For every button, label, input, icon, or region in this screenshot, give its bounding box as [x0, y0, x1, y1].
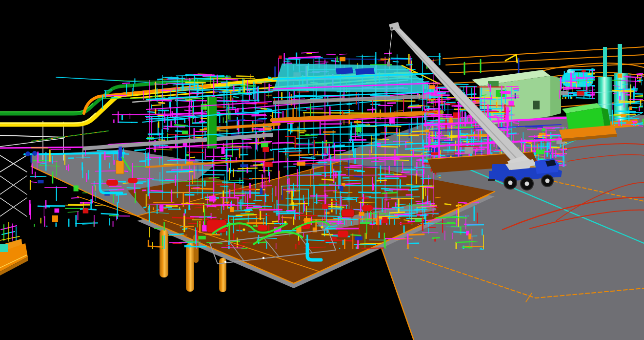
pipe-segment — [158, 103, 165, 103]
pipe-segment — [268, 77, 271, 78]
pipe-segment — [225, 149, 239, 150]
skid-detail — [262, 257, 264, 259]
building-door[interactable] — [533, 101, 540, 109]
pipe-segment — [462, 247, 472, 248]
equipment-patch — [542, 128, 545, 131]
valve[interactable] — [32, 151, 37, 156]
pipe-segment — [414, 209, 427, 210]
pipe-segment — [326, 54, 336, 55]
pipe-segment — [428, 114, 452, 115]
pipe-segment — [370, 213, 388, 214]
valve-handle[interactable] — [321, 226, 323, 229]
model-3d-viewport[interactable] — [0, 0, 644, 340]
pipe-segment — [194, 74, 214, 75]
pipe-segment — [392, 208, 404, 208]
pipe-segment — [224, 156, 232, 156]
pipe-segment — [152, 100, 172, 101]
pump[interactable] — [106, 180, 118, 186]
pipe-segment — [237, 171, 245, 172]
pipe-segment — [139, 161, 146, 162]
pipe-segment — [427, 100, 436, 100]
pipe-segment — [252, 116, 267, 116]
pipe-segment — [354, 170, 361, 171]
equipment-patch — [262, 147, 269, 152]
valve-handle[interactable] — [243, 229, 245, 231]
pipe-segment — [260, 186, 272, 186]
valve-handle[interactable] — [284, 221, 287, 224]
pipe-segment — [242, 179, 253, 179]
pipe-segment — [573, 69, 589, 70]
pipe-segment — [245, 212, 250, 212]
pipe-segment — [258, 118, 267, 119]
pipe-segment — [127, 188, 141, 188]
pipe-segment — [427, 102, 446, 103]
pipe-segment — [378, 61, 384, 61]
pump[interactable] — [362, 205, 373, 211]
pipe-segment — [619, 101, 627, 101]
pipe-segment — [640, 104, 643, 105]
pump[interactable] — [258, 225, 267, 231]
platform-equipment — [0, 244, 8, 252]
equipment-patch — [582, 70, 586, 73]
pipe-segment — [408, 243, 419, 244]
pipe-segment — [170, 192, 190, 193]
pipe-segment — [426, 208, 438, 208]
pipe-segment — [429, 97, 447, 98]
pipe-segment — [218, 89, 228, 90]
equipment-patch — [464, 147, 473, 154]
pipe-segment — [228, 120, 245, 121]
pipe-segment — [344, 112, 350, 113]
blue-panel — [336, 67, 353, 74]
equipment-patch — [629, 106, 632, 110]
pipe-segment — [241, 86, 256, 86]
pipe-segment — [424, 109, 440, 109]
pipe-segment — [334, 150, 346, 151]
pipe-segment — [587, 74, 595, 74]
pipe-segment — [270, 116, 273, 116]
stack — [618, 44, 622, 76]
pipe-segment — [238, 168, 258, 169]
pipe-segment — [148, 246, 163, 247]
pipe-segment — [466, 135, 489, 136]
pipe-segment — [430, 205, 437, 206]
pipe-segment — [194, 204, 205, 205]
pipe-segment — [367, 109, 376, 110]
pipe-segment — [285, 59, 301, 60]
pipe-segment — [115, 95, 126, 96]
pipe-segment — [330, 201, 339, 202]
equipment-patch — [297, 161, 305, 166]
pipe-segment — [417, 204, 435, 204]
equipment-patch — [322, 204, 328, 209]
pipe-segment — [352, 125, 365, 126]
skid-detail — [224, 261, 226, 263]
equipment-patch — [432, 148, 438, 152]
equipment-patch — [55, 209, 60, 213]
pipe-segment — [421, 206, 437, 207]
pipe-segment — [206, 156, 225, 157]
pipe-segment — [253, 206, 272, 207]
pipe-segment — [215, 135, 227, 136]
equipment-patch — [74, 186, 79, 191]
pipe-segment — [446, 102, 456, 103]
pump[interactable] — [338, 231, 348, 237]
pipe-segment — [238, 203, 255, 204]
valve[interactable] — [25, 151, 30, 156]
equipment-patch — [52, 215, 58, 222]
pipe-segment — [401, 172, 410, 172]
pipe-segment — [397, 135, 420, 136]
pipe-segment — [172, 217, 194, 218]
pipe-segment — [344, 168, 362, 168]
pipe-segment — [252, 178, 269, 179]
pump[interactable] — [342, 209, 354, 217]
pipe-segment — [157, 79, 162, 80]
pipe-segment — [329, 243, 336, 244]
pipe-segment — [565, 81, 578, 82]
equipment-patch — [240, 164, 248, 167]
equipment-patch — [221, 148, 225, 154]
pipe-segment — [393, 174, 402, 175]
pipe-segment — [143, 207, 146, 208]
hook-block — [387, 62, 390, 66]
pipe-segment — [538, 137, 546, 138]
pump[interactable] — [128, 178, 138, 183]
pipe-segment — [272, 143, 294, 144]
